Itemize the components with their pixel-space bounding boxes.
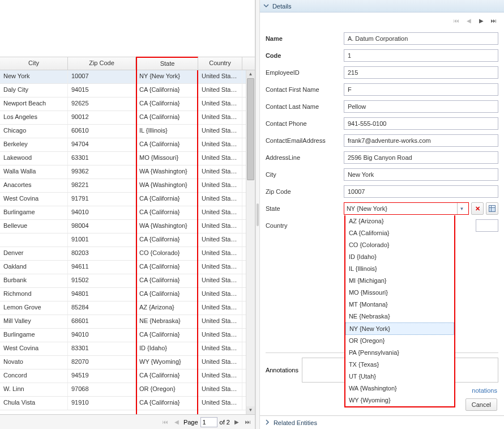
cell-country: United States xyxy=(198,342,242,355)
details-title: Details xyxy=(272,3,292,10)
column-header-country[interactable]: Country xyxy=(198,57,242,70)
nav-next-button[interactable]: ▶ xyxy=(477,16,486,25)
state-option[interactable]: MO {Missouri} xyxy=(345,287,454,299)
state-option[interactable]: CA {California} xyxy=(345,227,454,239)
cell-state: WA {Washington} xyxy=(136,179,198,192)
state-option[interactable]: ID {Idaho} xyxy=(345,251,454,263)
column-header-zip[interactable]: Zip Code xyxy=(68,57,136,70)
annotations-link[interactable]: notations xyxy=(472,387,497,394)
state-option[interactable]: NE {Nebraska} xyxy=(345,311,454,322)
state-option[interactable]: AZ {Arizona} xyxy=(345,215,454,227)
table-row[interactable]: Concord94519CA {California}United States xyxy=(0,369,255,383)
input-country[interactable] xyxy=(476,219,498,232)
cell-zip: 60610 xyxy=(68,125,136,138)
pager-first-button[interactable]: ⏮ xyxy=(161,418,170,427)
chevron-down-icon[interactable]: ▼ xyxy=(457,203,466,214)
cell-country: United States xyxy=(198,261,242,274)
table-row[interactable]: West Covina83301ID {Idaho}United States xyxy=(0,342,255,356)
cell-state: CO {Colorado} xyxy=(136,247,198,260)
input-city[interactable] xyxy=(344,168,498,181)
pager-prev-button[interactable]: ◀ xyxy=(172,418,181,427)
cell-state: OR {Oregon} xyxy=(136,383,198,396)
input-contact-email[interactable] xyxy=(344,134,498,147)
table-row[interactable]: Lemon Grove85284AZ {Arizona}United State… xyxy=(0,301,255,315)
cancel-button[interactable]: Cancel xyxy=(465,398,497,411)
state-option[interactable]: IL {Illinois} xyxy=(345,263,454,275)
grid-body[interactable]: New York10007NY {New York}United StatesD… xyxy=(0,70,255,414)
label-employee-id: EmployeeID xyxy=(266,69,344,76)
table-row[interactable]: New York10007NY {New York}United States xyxy=(0,70,255,84)
clear-state-button[interactable]: ✕ xyxy=(471,202,484,215)
label-contact-last: Contact Last Name xyxy=(266,103,344,110)
state-option[interactable]: TX {Texas} xyxy=(345,359,454,371)
nav-first-button[interactable]: ⏮ xyxy=(452,16,461,25)
table-row[interactable]: W. Linn97068OR {Oregon}United States xyxy=(0,383,255,397)
cell-zip: 92625 xyxy=(68,97,136,111)
splitter[interactable] xyxy=(255,0,260,429)
chevron-down-icon xyxy=(263,3,270,10)
state-option[interactable]: WY {Wyoming} xyxy=(345,394,454,406)
state-option[interactable]: MI {Michigan} xyxy=(345,275,454,287)
input-name[interactable] xyxy=(344,32,498,45)
pager-last-button[interactable]: ⏭ xyxy=(244,418,253,427)
cell-state: CA {California} xyxy=(136,84,198,97)
scroll-thumb[interactable] xyxy=(247,78,254,180)
label-name: Name xyxy=(266,35,344,42)
scroll-down-arrow[interactable]: ▼ xyxy=(246,406,255,414)
table-row[interactable]: Chula Vista91910CA {California}United St… xyxy=(0,397,255,410)
vertical-scrollbar[interactable]: ▲ ▼ xyxy=(246,70,255,414)
input-contact-first[interactable] xyxy=(344,83,498,96)
cell-zip: 10007 xyxy=(68,70,136,83)
table-row[interactable]: Chicago60610IL {Illinois}United States xyxy=(0,125,255,138)
state-combo-value: NY {New York} xyxy=(347,205,457,212)
table-row[interactable]: Burlingame94010CA {California}United Sta… xyxy=(0,329,255,342)
table-row[interactable]: Novato82070WY {Wyoming}United States xyxy=(0,356,255,369)
state-option[interactable]: UT {Utah} xyxy=(345,371,454,383)
table-row[interactable]: Lakewood63301MO {Missouri}United States xyxy=(0,152,255,165)
nav-last-button[interactable]: ⏭ xyxy=(489,16,498,25)
record-nav-bar: ⏮ ◀ ▶ ⏭ xyxy=(260,12,504,28)
cell-zip: 98004 xyxy=(68,220,136,233)
table-row[interactable]: Berkeley94704CA {California}United State… xyxy=(0,138,255,152)
table-row[interactable]: Newport Beach92625CA {California}United … xyxy=(0,97,255,111)
input-contact-last[interactable] xyxy=(344,100,498,113)
input-contact-phone[interactable] xyxy=(344,117,498,130)
input-code[interactable] xyxy=(344,49,498,62)
lookup-state-button[interactable] xyxy=(486,202,498,215)
table-row[interactable]: Burbank91502CA {California}United States xyxy=(0,274,255,288)
table-row[interactable]: Richmond94801CA {California}United State… xyxy=(0,288,255,301)
pager-page-input[interactable] xyxy=(200,417,217,427)
table-row[interactable]: Burlingame94010CA {California}United Sta… xyxy=(0,206,255,220)
input-employee-id[interactable] xyxy=(344,66,498,79)
scroll-up-arrow[interactable]: ▲ xyxy=(246,70,255,78)
table-row[interactable]: Daly City94015CA {California}United Stat… xyxy=(0,84,255,97)
cell-city: Los Angeles xyxy=(0,111,68,124)
state-option[interactable]: MT {Montana} xyxy=(345,299,454,311)
grid-icon xyxy=(489,205,496,212)
table-row[interactable]: Bellevue98004WA {Washington}United State… xyxy=(0,220,255,233)
table-row[interactable]: 91001CA {California}United States xyxy=(0,233,255,247)
cell-city xyxy=(0,233,68,247)
input-address[interactable] xyxy=(344,151,498,164)
table-row[interactable]: West Covina91791CA {California}United St… xyxy=(0,193,255,206)
details-header[interactable]: Details xyxy=(260,0,504,12)
state-option[interactable]: OR {Oregon} xyxy=(345,335,454,347)
state-option[interactable]: WA {Washington} xyxy=(345,383,454,394)
related-entities-header[interactable]: Related Entities xyxy=(260,415,504,429)
pager-next-button[interactable]: ▶ xyxy=(232,418,241,427)
table-row[interactable]: Anacortes98221WA {Washington}United Stat… xyxy=(0,179,255,193)
state-option[interactable]: CO {Colorado} xyxy=(345,239,454,251)
state-option[interactable]: PA {Pennsylvania} xyxy=(345,347,454,359)
input-zip[interactable] xyxy=(344,185,498,198)
table-row[interactable]: Mill Valley68601NE {Nebraska}United Stat… xyxy=(0,315,255,329)
state-dropdown-list[interactable]: AZ {Arizona}CA {California}CO {Colorado}… xyxy=(344,215,455,407)
column-header-city[interactable]: City xyxy=(0,57,68,70)
column-header-state[interactable]: State xyxy=(136,57,198,70)
table-row[interactable]: Oakland94611CA {California}United States xyxy=(0,261,255,274)
table-row[interactable]: Denver80203CO {Colorado}United States xyxy=(0,247,255,261)
state-option[interactable]: NY {New York} xyxy=(345,322,454,335)
state-combobox[interactable]: NY {New York} ▼ AZ {Arizona}CA {Californ… xyxy=(344,202,469,215)
nav-prev-button[interactable]: ◀ xyxy=(464,16,473,25)
table-row[interactable]: Walla Walla99362WA {Washington}United St… xyxy=(0,165,255,179)
table-row[interactable]: Los Angeles90012CA {California}United St… xyxy=(0,111,255,125)
